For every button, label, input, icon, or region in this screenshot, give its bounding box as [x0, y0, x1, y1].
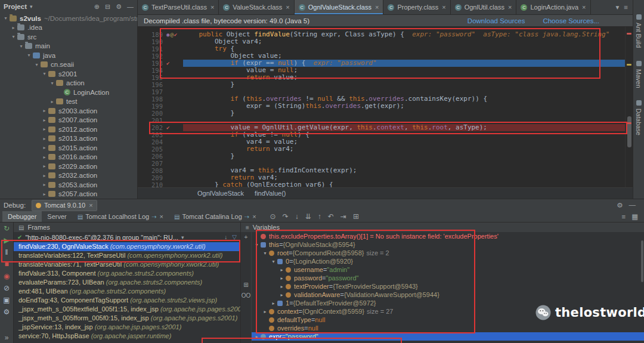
- stack-frame[interactable]: end:481, UIBean (org.apache.struts2.comp…: [14, 287, 240, 296]
- tab-Server[interactable]: Server: [42, 211, 72, 222]
- chevron-right-icon[interactable]: ▸: [278, 292, 285, 298]
- tab-Property.class[interactable]: CProperty.class×: [383, 0, 450, 14]
- chevron-right-icon[interactable]: ▸: [41, 108, 48, 113]
- stack-frame[interactable]: findValue:313, Component (org.apache.str…: [14, 269, 240, 278]
- close-icon[interactable]: ×: [210, 4, 214, 11]
- chevron-right-icon[interactable]: ▸: [49, 99, 55, 104]
- chevron-right-icon[interactable]: ▸: [41, 163, 48, 169]
- breakpoint-check-icon[interactable]: ✔: [166, 60, 169, 67]
- breadcrumb-class[interactable]: OgnlValueStack: [197, 190, 244, 197]
- stack-frame[interactable]: translateVariables:122, TextParseUtil (c…: [14, 251, 240, 260]
- chevron-right-icon[interactable]: ▸: [278, 284, 285, 289]
- code-line[interactable]: 189◉@✔ public Object findValue(String ex…: [138, 31, 633, 38]
- stack-frame[interactable]: translateVariables:71, TextParseUtil (co…: [14, 260, 240, 269]
- tree-item-s2057.action[interactable]: ▸s2057.action: [0, 190, 137, 199]
- chevron-right-icon[interactable]: ▸: [41, 182, 48, 187]
- tree-item-s2029.action[interactable]: ▸s2029.action: [0, 162, 137, 171]
- chevron-right-icon[interactable]: ▸: [41, 118, 48, 123]
- download-sources-link[interactable]: Download Sources: [467, 17, 525, 24]
- tree-item-.idea[interactable]: ▸.idea: [0, 23, 137, 33]
- breakpoint-check-icon[interactable]: ✔: [174, 31, 177, 38]
- show-object-ids-icon[interactable]: OO: [242, 292, 251, 299]
- close-icon[interactable]: ×: [160, 213, 163, 220]
- gear-icon[interactable]: ⚙: [617, 201, 623, 209]
- code-line[interactable]: 203 if (value != null) {: [138, 131, 633, 138]
- code-line[interactable]: 192 Object value;: [138, 52, 633, 60]
- show-execution-point-icon[interactable]: ⊙: [270, 213, 276, 220]
- tab-Tomcat Catalina Log[interactable]: ▤Tomcat Catalina Log⇢×: [169, 211, 262, 222]
- chevron-down-icon[interactable]: ▾: [18, 44, 24, 49]
- code-line[interactable]: 197: [138, 88, 633, 95]
- tab-Tomcat Localhost Log[interactable]: ▤Tomcat Localhost Log⇢×: [72, 211, 169, 222]
- chevron-right-icon[interactable]: ▸: [253, 334, 260, 339]
- code-line[interactable]: 194 value = null;: [138, 67, 633, 74]
- variable-row[interactable]: ▸validationAware = {ValidationAwareSuppo…: [251, 291, 644, 299]
- code-line[interactable]: 208 var4 = this.findInContext(expr);: [138, 167, 633, 174]
- tool-tab-Database[interactable]: Database: [635, 100, 642, 135]
- close-icon[interactable]: ×: [582, 4, 586, 11]
- chevron-down-icon[interactable]: ▾: [270, 259, 277, 264]
- marker-icon[interactable]: ◉: [166, 31, 169, 38]
- chevron-right-icon[interactable]: ▸: [41, 154, 48, 160]
- close-icon[interactable]: ×: [442, 4, 445, 11]
- tree-item-s2003.action[interactable]: ▸s2003.action: [0, 106, 137, 116]
- chevron-right-icon[interactable]: ▸: [270, 301, 277, 306]
- export-threads-icon[interactable]: ↓: [224, 234, 227, 240]
- settings-icon[interactable]: ⚙: [4, 308, 10, 316]
- chevron-down-icon[interactable]: ▾: [10, 34, 17, 39]
- code-line[interactable]: 200 }: [138, 110, 633, 117]
- breadcrumb-method[interactable]: findValue(): [255, 190, 286, 197]
- breakpoint-check-icon[interactable]: ✔: [166, 124, 169, 131]
- scrollbar-thumb[interactable]: [627, 116, 631, 147]
- variable-row[interactable]: ▸textProvider = {TextProviderSupport@594…: [251, 282, 644, 291]
- stack-frame[interactable]: _jspx_meth_s_005ftextfield_005f1:15, ind…: [14, 305, 240, 314]
- code-line[interactable]: 210 } catch (OgnlException var6) {: [138, 181, 633, 187]
- tab-tomcat-session[interactable]: Tomcat 9.0.10 ×: [32, 200, 97, 211]
- tab-list-icon[interactable]: ▾: [616, 3, 620, 11]
- tree-item-s2007.action[interactable]: ▸s2007.action: [0, 116, 137, 125]
- stack-frame[interactable]: _jspx_meth_s_005fform_005f0:15, index_js…: [14, 314, 240, 323]
- code-line[interactable]: 201: [138, 117, 633, 124]
- variable-row[interactable]: this.excludeProperties.toArray()[1] = No…: [251, 232, 644, 240]
- close-icon[interactable]: ×: [252, 213, 256, 220]
- chevron-down-icon[interactable]: ▾: [41, 71, 48, 76]
- variable-row[interactable]: ▸password = "password": [251, 274, 644, 282]
- scroll-to-end-icon[interactable]: ⇢: [151, 214, 156, 220]
- stop-icon[interactable]: ■: [4, 261, 8, 268]
- view-breakpoints-icon[interactable]: ◉: [4, 273, 10, 280]
- add-watch-icon[interactable]: +: [244, 233, 248, 241]
- tab-ValueStack.class[interactable]: CValueStack.class×: [219, 0, 294, 14]
- code-line[interactable]: 193✔ if (expr == null) { expr: "password…: [138, 60, 633, 67]
- run-to-cursor-icon[interactable]: ⇥: [340, 213, 346, 220]
- code-line[interactable]: 207: [138, 160, 633, 167]
- chevron-down-icon[interactable]: ▾: [253, 242, 260, 248]
- chevron-down-icon[interactable]: ▾: [49, 81, 55, 86]
- tab-Debugger[interactable]: Debugger: [2, 211, 42, 222]
- code-line[interactable]: 199 expr = (String)this.overrides.get(ex…: [138, 103, 633, 110]
- step-into-icon[interactable]: ↓: [295, 213, 299, 220]
- code-line[interactable]: 195 return value;: [138, 74, 633, 81]
- locate-file-icon[interactable]: ⊕: [94, 3, 100, 11]
- tree-item-s2013.action[interactable]: ▸s2013.action: [0, 134, 137, 144]
- mute-breakpoints-icon[interactable]: ⊘: [4, 285, 10, 292]
- variables-scrollbar[interactable]: [641, 240, 643, 282]
- hide-panel-icon[interactable]: —: [127, 3, 134, 11]
- chevron-right-icon[interactable]: ▸: [41, 136, 48, 141]
- project-panel-title[interactable]: Project: [4, 3, 27, 10]
- stack-frame[interactable]: evaluateParams:723, UIBean (org.apache.s…: [14, 278, 240, 287]
- chevron-down-icon[interactable]: ▾: [33, 62, 40, 67]
- collapse-all-icon[interactable]: ⊟: [105, 3, 110, 11]
- annotation-icon[interactable]: @: [170, 31, 173, 38]
- code-line[interactable]: 196 }: [138, 81, 633, 88]
- code-line[interactable]: 191 try {: [138, 45, 633, 52]
- code-line[interactable]: 209 return var4;: [138, 174, 633, 181]
- editor-menu-icon[interactable]: ≡: [624, 4, 628, 11]
- tree-item-s2012.action[interactable]: ▸s2012.action: [0, 125, 137, 134]
- variable-row[interactable]: ▸expr = "password": [251, 332, 644, 341]
- choose-sources-link[interactable]: Choose Sources...: [543, 17, 599, 24]
- tree-item-s2015.action[interactable]: ▸s2015.action: [0, 143, 137, 153]
- close-icon[interactable]: ×: [89, 202, 92, 209]
- chevron-down-icon[interactable]: ▾: [2, 16, 9, 21]
- tree-item-s2016.action[interactable]: ▸s2016.action: [0, 153, 137, 162]
- drop-frame-icon[interactable]: ↶: [328, 213, 334, 220]
